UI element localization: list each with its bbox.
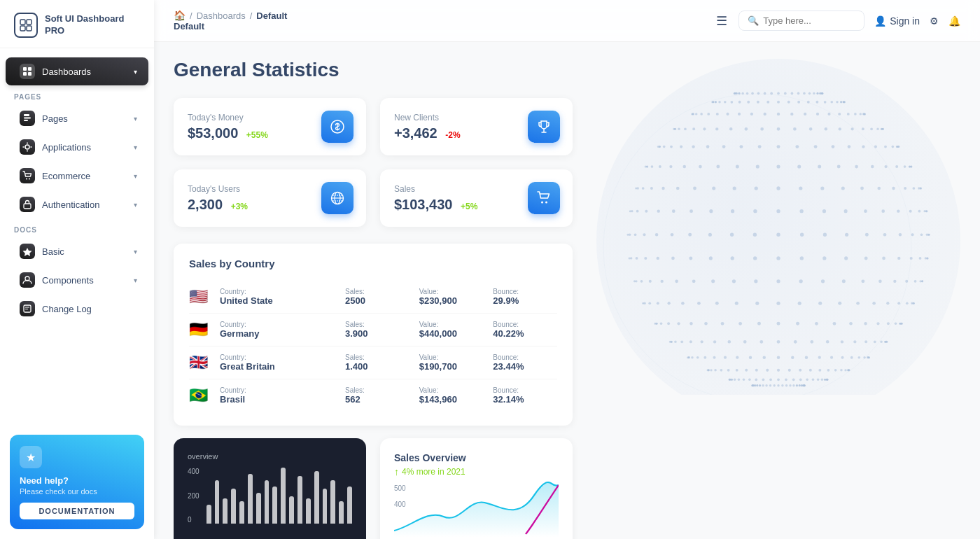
topbar: 🏠 / Dashboards / Default Default ☰ 🔍 👤 S… — [154, 0, 980, 42]
stat-icon-users — [321, 182, 354, 214]
svg-rect-6 — [23, 72, 27, 76]
signin-button[interactable]: 👤 Sign in — [874, 15, 920, 27]
breadcrumb: 🏠 / Dashboards / Default — [174, 10, 699, 21]
y-label-400: 400 — [188, 468, 200, 475]
sidebar-logo: Soft UI Dashboard PRO — [0, 0, 154, 48]
bar — [330, 480, 335, 524]
sidebar-item-authentication[interactable]: Authentication ▾ — [6, 190, 148, 218]
flag-gb: 🇬🇧 — [189, 354, 210, 372]
auth-icon — [20, 197, 35, 212]
chevron-down-icon: ▾ — [134, 201, 137, 209]
value-br: Value: $143,960 — [419, 386, 484, 405]
svg-rect-10 — [24, 120, 28, 121]
svg-rect-8 — [24, 114, 29, 116]
country-info-de: Country: Germany — [220, 321, 335, 339]
flag-us: 🇺🇸 — [189, 288, 210, 306]
home-icon[interactable]: 🏠 — [174, 10, 186, 21]
value-gb: Value: $190,700 — [419, 354, 484, 372]
bar — [215, 480, 220, 524]
sidebar-item-label: Change Log — [42, 304, 92, 314]
svg-rect-0 — [20, 20, 25, 24]
charts-row: overview 400 200 0 Sales Overvi — [174, 438, 573, 539]
bar — [239, 501, 244, 524]
sidebar-item-components[interactable]: Components ▾ — [6, 266, 148, 294]
svg-rect-14 — [24, 204, 31, 209]
stat-card-money: Today's Money $53,000 +55% — [174, 98, 366, 155]
stat-label-clients: New Clients — [394, 113, 461, 122]
sales-by-country-card: Sales by Country 🇺🇸 Country: United Stat… — [174, 244, 573, 426]
svg-point-22 — [545, 202, 547, 204]
help-card: ★ Need help? Please check our docs DOCUM… — [10, 435, 144, 529]
stat-value-clients: +3,462 -2% — [394, 125, 461, 141]
chevron-down-icon: ▾ — [134, 172, 137, 180]
sales-us: Sales: 2500 — [345, 288, 410, 306]
value-de: Value: $440,000 — [419, 321, 484, 339]
bar — [256, 493, 261, 524]
sidebar-item-applications[interactable]: Applications ▾ — [6, 133, 148, 161]
stat-card-clients: New Clients +3,462 -2% — [380, 98, 573, 155]
sidebar-item-ecommerce[interactable]: Ecommerce ▾ — [6, 162, 148, 190]
search-box[interactable]: 🔍 — [738, 10, 864, 31]
sidebar-item-dashboards[interactable]: Dashboards ▾ — [6, 57, 148, 85]
bar — [265, 480, 270, 524]
y-label-500: 500 — [394, 484, 406, 492]
components-icon — [20, 272, 35, 288]
svg-rect-1 — [27, 20, 31, 24]
bar — [206, 505, 211, 524]
applications-icon — [20, 139, 35, 155]
country-info-us: Country: United State — [220, 288, 335, 306]
svg-rect-7 — [28, 72, 31, 76]
sidebar-item-changelog[interactable]: Change Log — [6, 295, 148, 323]
sidebar-nav: Dashboards ▾ PAGES Pages ▾ App — [0, 48, 154, 426]
menu-icon[interactable]: ☰ — [716, 13, 727, 29]
sidebar-item-label: Ecommerce — [42, 171, 90, 181]
sales-br: Sales: 562 — [345, 386, 410, 405]
chevron-down-icon: ▾ — [134, 115, 137, 122]
stat-change-money: +55% — [246, 130, 268, 140]
bar — [314, 471, 319, 524]
chevron-down-icon: ▾ — [134, 144, 137, 151]
bar — [231, 489, 236, 524]
bar — [281, 468, 286, 524]
svg-rect-5 — [28, 67, 31, 71]
dashboard-icon — [20, 64, 35, 79]
stat-card-sales: Sales $103,430 +5% — [380, 169, 573, 227]
stat-icon-money — [321, 111, 354, 143]
stat-info-sales: Sales $103,430 +5% — [394, 184, 477, 213]
documentation-button[interactable]: DOCUMENTATION — [20, 503, 134, 519]
sales-overview-title: Sales Overview — [394, 452, 559, 463]
bar — [223, 498, 227, 524]
page-title: Default — [174, 21, 699, 31]
search-input[interactable] — [763, 15, 847, 26]
notification-icon[interactable]: 🔔 — [948, 15, 960, 27]
svg-point-13 — [29, 178, 30, 180]
bounce-de: Bounce: 40.22% — [493, 321, 557, 339]
bar — [272, 486, 277, 524]
sales-gb: Sales: 1.400 — [345, 354, 410, 372]
stats-grid: Today's Money $53,000 +55% — [174, 98, 573, 227]
y-label-200: 200 — [188, 492, 200, 500]
settings-icon[interactable]: ⚙ — [930, 15, 939, 27]
stat-label-users: Today's Users — [188, 184, 248, 194]
sidebar-item-pages[interactable]: Pages ▾ — [6, 104, 148, 132]
sidebar-item-label: Basic — [42, 246, 64, 257]
svg-point-17 — [603, 94, 911, 395]
sidebar-item-label: Applications — [42, 142, 91, 153]
globe-decoration — [554, 59, 960, 395]
stat-value-money: $53,000 +55% — [188, 125, 268, 141]
breadcrumb-sep1: / — [190, 10, 192, 21]
sidebar: Soft UI Dashboard PRO Dashboards ▾ PAGES — [0, 0, 154, 539]
user-icon: 👤 — [874, 15, 886, 27]
bar — [323, 489, 328, 524]
svg-point-11 — [25, 145, 29, 149]
help-subtitle: Please check our docs — [20, 487, 134, 496]
help-star-icon: ★ — [20, 446, 42, 468]
sidebar-item-label: Dashboards — [42, 66, 91, 77]
pages-section-label: PAGES — [0, 86, 154, 104]
breadcrumb-current: Default — [256, 10, 287, 21]
sidebar-item-basic[interactable]: Basic ▾ — [6, 237, 148, 265]
breadcrumb-dashboards[interactable]: Dashboards — [197, 10, 246, 21]
changelog-icon — [20, 301, 35, 316]
main-content: 🏠 / Dashboards / Default Default ☰ 🔍 👤 S… — [154, 0, 980, 539]
country-row-us: 🇺🇸 Country: United State Sales: 2500 Val… — [189, 281, 557, 314]
